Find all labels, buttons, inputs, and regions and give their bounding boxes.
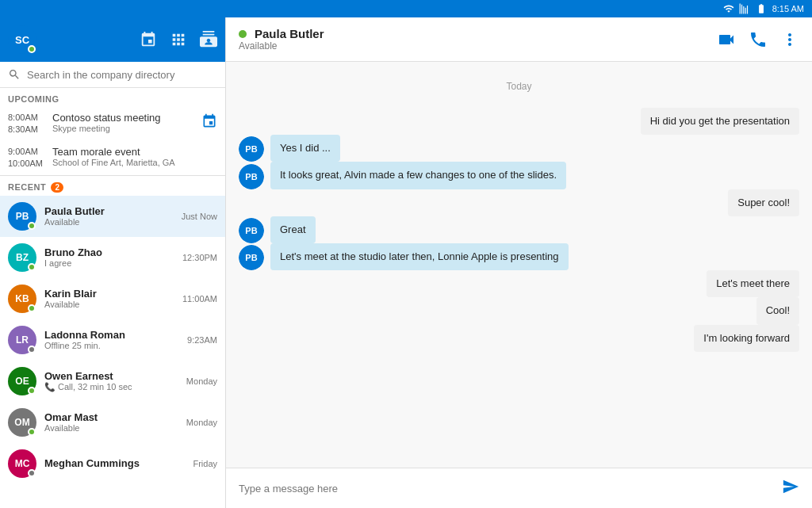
user-status-dot <box>28 45 36 53</box>
chat-contact-name: Paula Butler <box>255 27 324 40</box>
contacts-list: PB Paula Butler Available Just Now BZ Br… <box>0 196 225 484</box>
contact-avatar: BZ <box>8 243 36 272</box>
contact-name: Meghan Cummings <box>44 457 185 469</box>
chat-actions <box>717 30 799 49</box>
message-avatar: PB <box>239 218 264 243</box>
meeting-subtitle: Skype meeting <box>52 124 195 133</box>
message-row: Hi did you get the presentation <box>239 108 799 135</box>
contact-item[interactable]: OM Omar Mast Available Monday <box>0 402 225 443</box>
message-bubble: Yes I did ... <box>270 135 340 162</box>
message-row: PB Yes I did ... <box>239 135 799 162</box>
contact-avatar: LR <box>8 326 36 354</box>
contact-item[interactable]: MC Meghan Cummings Friday <box>0 443 225 484</box>
video-call-icon[interactable] <box>717 30 736 49</box>
chat-input[interactable] <box>239 483 772 495</box>
contact-avatar: MC <box>8 449 36 478</box>
contact-info: Karin Blair Available <box>44 288 174 309</box>
contacts-icon[interactable] <box>200 31 217 48</box>
contact-info: Meghan Cummings <box>44 457 185 469</box>
contact-name: Bruno Zhao <box>44 246 174 258</box>
message-avatar: PB <box>239 164 264 189</box>
message-bubble: Super cool! <box>728 189 799 216</box>
contact-name: Owen Earnest <box>44 370 178 382</box>
message-bubble: Let's meet there <box>707 270 799 297</box>
contact-info: Bruno Zhao I agree <box>44 246 174 268</box>
contact-status: Available <box>44 300 174 309</box>
chat-header: Paula Butler Available <box>226 17 812 62</box>
contact-time: 12:30PM <box>182 253 217 262</box>
recent-label-row: RECENT 2 <box>0 176 225 196</box>
contact-name: Karin Blair <box>44 288 174 300</box>
more-icon[interactable] <box>780 30 799 49</box>
contact-avatar: OM <box>8 408 36 437</box>
message-row: Cool! <box>239 297 799 324</box>
message-bubble: Hi did you get the presentation <box>641 108 799 135</box>
contact-avatar: PB <box>8 202 36 231</box>
meeting-item[interactable]: 9:00AM 10:00AM Team morale event School … <box>0 141 225 175</box>
search-icon <box>8 68 21 81</box>
contact-avatar: KB <box>8 285 36 313</box>
contact-name: Paula Butler <box>44 205 174 217</box>
contact-item[interactable]: OE Owen Earnest 📞 Call, 32 min 10 sec Mo… <box>0 361 225 402</box>
message-bubble: Great <box>270 216 316 243</box>
contact-time: Monday <box>186 376 217 386</box>
contact-item[interactable]: LR Ladonna Roman Offline 25 min. 9:23AM <box>0 319 225 361</box>
status-time: 8:15 AM <box>772 4 804 13</box>
contact-info: Paula Butler Available <box>44 205 174 227</box>
send-button[interactable] <box>782 478 799 498</box>
message-row: Let's meet there <box>239 270 799 297</box>
message-row: Super cool! <box>239 189 799 216</box>
recent-badge: 2 <box>51 182 63 193</box>
meeting-info: Contoso status meeting Skype meeting <box>52 112 195 133</box>
meeting-subtitle: School of Fine Art, Marietta, GA <box>52 158 217 167</box>
meeting-item[interactable]: 8:00AM 8:30AM Contoso status meeting Sky… <box>0 107 225 141</box>
contact-info: Owen Earnest 📞 Call, 32 min 10 sec <box>44 370 178 392</box>
date-divider: Today <box>239 81 799 92</box>
contact-status: Available <box>44 217 174 227</box>
contact-status: Available <box>44 423 178 433</box>
phone-icon[interactable] <box>749 30 768 49</box>
upcoming-label: UPCOMING <box>0 88 225 107</box>
left-panel: SC <box>0 17 226 508</box>
chat-input-area <box>226 468 812 508</box>
chat-messages: Today Hi did you get the presentation PB… <box>226 62 812 468</box>
contact-avatar: OE <box>8 367 36 395</box>
contact-status: Offline 25 min. <box>44 341 179 350</box>
contact-name: Ladonna Roman <box>44 329 179 341</box>
recent-label: RECENT <box>8 182 46 192</box>
message-bubble: I'm looking forward <box>694 325 799 352</box>
contact-status: 📞 Call, 32 min 10 sec <box>44 382 178 392</box>
calendar-icon[interactable] <box>140 31 157 48</box>
search-input[interactable] <box>27 69 217 81</box>
upcoming-section: UPCOMING 8:00AM 8:30AM Contoso status me… <box>0 88 225 176</box>
search-bar <box>0 62 225 88</box>
chat-contact-info: Paula Butler Available <box>239 27 717 52</box>
contact-item[interactable]: PB Paula Butler Available Just Now <box>0 196 225 237</box>
right-panel: Paula Butler Available Tod <box>226 17 812 508</box>
message-bubble: Let's meet at the studio later then, Lon… <box>270 243 569 270</box>
contact-time: 11:00AM <box>182 294 217 304</box>
meeting-time: 8:00AM 8:30AM <box>8 112 46 136</box>
meeting-calendar-icon <box>201 113 217 132</box>
messages-container: Hi did you get the presentation PB Yes I… <box>239 108 799 352</box>
app-container: SC <box>0 17 812 508</box>
status-bar: 8:15 AM <box>0 0 812 17</box>
contact-time: 9:23AM <box>187 335 217 345</box>
contact-info: Omar Mast Available <box>44 411 178 433</box>
apps-icon[interactable] <box>170 31 187 48</box>
contact-time: Just Now <box>182 212 217 221</box>
user-avatar[interactable]: SC <box>8 25 36 54</box>
contact-name: Omar Mast <box>44 411 178 423</box>
contact-info: Ladonna Roman Offline 25 min. <box>44 329 179 350</box>
wifi-icon <box>723 3 734 14</box>
message-row: PB It looks great, Alvin made a few chan… <box>239 162 799 189</box>
meeting-title: Contoso status meeting <box>52 112 195 124</box>
meeting-info: Team morale event School of Fine Art, Ma… <box>52 146 217 167</box>
signal-icon <box>739 3 750 14</box>
battery-icon <box>755 3 768 14</box>
contact-item[interactable]: BZ Bruno Zhao I agree 12:30PM <box>0 237 225 278</box>
message-row: PB Let's meet at the studio later then, … <box>239 243 799 270</box>
meeting-title: Team morale event <box>52 146 217 158</box>
contact-item[interactable]: KB Karin Blair Available 11:00AM <box>0 278 225 319</box>
message-avatar: PB <box>239 136 264 162</box>
